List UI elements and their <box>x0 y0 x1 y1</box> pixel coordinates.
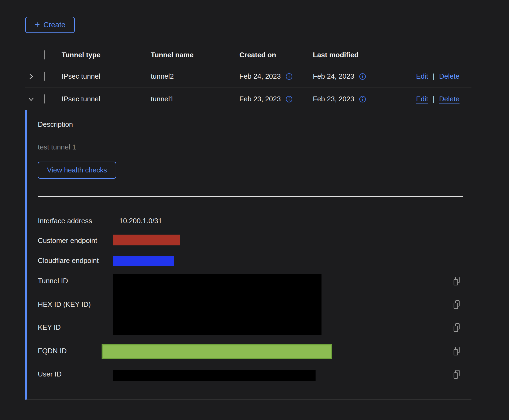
copy-icon <box>453 300 461 309</box>
fqdn-id-redaction <box>102 344 332 359</box>
copy-user-id-button[interactable] <box>453 370 461 379</box>
row-checkbox[interactable] <box>44 94 45 104</box>
customer-endpoint-label: Customer endpoint <box>38 236 97 245</box>
plus-icon: + <box>35 20 40 29</box>
actions-separator: | <box>433 72 435 81</box>
user-id-label: User ID <box>38 370 62 378</box>
interface-address-value: 10.200.1.0/31 <box>119 217 162 225</box>
key-id-label: KEY ID <box>38 323 61 331</box>
created-on-cell: Feb 23, 2023 <box>239 95 281 103</box>
delete-link[interactable]: Delete <box>439 95 460 103</box>
tunnel-type-cell: IPsec tunnel <box>62 72 151 81</box>
create-button-label: Create <box>43 21 65 29</box>
last-modified-cell: Feb 23, 2023 <box>313 95 354 103</box>
customer-endpoint-redaction <box>113 235 180 245</box>
header-tunnel-type: Tunnel type <box>62 51 151 59</box>
header-created-on: Created on <box>239 51 313 59</box>
table-header-row: Tunnel type Tunnel name Created on Last … <box>25 45 471 65</box>
tunnel-type-cell: IPsec tunnel <box>62 95 151 103</box>
copy-icon <box>453 323 461 332</box>
header-tunnel-name: Tunnel name <box>151 51 239 59</box>
info-icon[interactable] <box>359 73 366 80</box>
tunnel-id-label: Tunnel ID <box>38 277 68 285</box>
copy-icon <box>453 370 461 379</box>
description-label: Description <box>38 120 73 128</box>
chevron-right-icon <box>28 74 34 79</box>
tunnels-table: Tunnel type Tunnel name Created on Last … <box>25 45 471 110</box>
collapse-row-button[interactable] <box>28 96 34 102</box>
copy-icon <box>453 276 461 286</box>
delete-link[interactable]: Delete <box>439 72 460 81</box>
create-button[interactable]: + Create <box>25 17 75 33</box>
copy-key-id-button[interactable] <box>453 323 461 332</box>
copy-fqdn-id-button[interactable] <box>453 346 461 356</box>
row-checkbox[interactable] <box>44 72 45 81</box>
description-value: test tunnel 1 <box>38 143 76 151</box>
last-modified-cell: Feb 24, 2023 <box>313 72 354 81</box>
hex-id-label: HEX ID (KEY ID) <box>38 300 91 308</box>
info-icon[interactable] <box>286 96 293 103</box>
cloudflare-endpoint-label: Cloudflare endpoint <box>38 256 99 265</box>
copy-hex-id-button[interactable] <box>453 300 461 309</box>
created-on-cell: Feb 24, 2023 <box>239 72 281 81</box>
chevron-down-icon <box>28 96 34 102</box>
edit-link[interactable]: Edit <box>416 72 428 81</box>
copy-tunnel-id-button[interactable] <box>453 276 461 286</box>
cloudflare-endpoint-redaction <box>113 256 174 266</box>
info-icon[interactable] <box>286 73 293 80</box>
table-row: IPsec tunnel tunnel2 Feb 24, 2023 Feb 24… <box>25 65 471 88</box>
select-all-checkbox[interactable] <box>44 50 45 59</box>
actions-separator: | <box>433 95 435 103</box>
section-divider <box>38 196 463 197</box>
table-row: IPsec tunnel tunnel1 Feb 23, 2023 Feb 23… <box>25 88 471 110</box>
interface-address-label: Interface address <box>38 217 92 225</box>
info-icon[interactable] <box>359 96 366 103</box>
tunnel-name-cell: tunnel1 <box>151 95 239 103</box>
user-id-redaction <box>113 370 316 381</box>
copy-icon <box>453 346 461 356</box>
fqdn-id-label: FQDN ID <box>38 347 67 355</box>
tunnel-details-panel: Description test tunnel 1 View health ch… <box>25 110 471 400</box>
ids-redaction-block <box>113 274 322 335</box>
header-last-modified: Last modified <box>313 51 416 59</box>
expand-row-button[interactable] <box>28 74 34 79</box>
tunnel-name-cell: tunnel2 <box>151 72 239 81</box>
view-health-checks-button[interactable]: View health checks <box>38 162 116 179</box>
edit-link[interactable]: Edit <box>416 95 428 103</box>
